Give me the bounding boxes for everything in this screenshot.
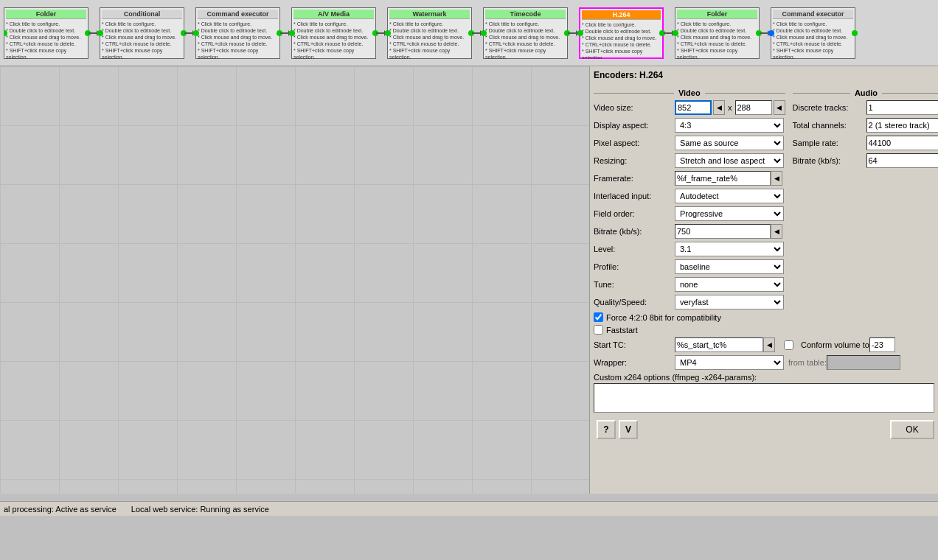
video-bitrate-arrow[interactable]: ◀: [771, 224, 782, 239]
sample-rate-row: Sample rate:: [793, 136, 939, 150]
audio-bitrate-row: Bitrate (kb/s):: [793, 153, 939, 168]
custom-options-textarea[interactable]: [594, 383, 934, 413]
quality-select[interactable]: veryfast faster fast medium slow: [675, 295, 784, 309]
display-aspect-select[interactable]: 4:3 16:9 1:1 Custom: [675, 118, 784, 133]
node-title-h264[interactable]: H.264: [582, 10, 661, 20]
node-box-timecode[interactable]: Timecode * Click title to configure.* Do…: [483, 7, 568, 59]
total-channels-input[interactable]: [866, 118, 939, 133]
wrapper-select[interactable]: MP4 MOV MKV TS: [675, 355, 784, 370]
tune-label: Tune:: [594, 280, 675, 289]
faststart-checkbox[interactable]: [594, 325, 603, 335]
sample-rate-input[interactable]: [866, 136, 939, 150]
conform-checkbox[interactable]: [784, 340, 793, 350]
tune-select[interactable]: none film animation grain: [675, 277, 784, 292]
pixel-aspect-select[interactable]: Same as source Square Custom: [675, 136, 784, 150]
node-title-cmd2[interactable]: Command executor: [773, 10, 853, 19]
video-width-arrow[interactable]: ◀: [713, 100, 725, 115]
audio-section-label: Audio: [850, 88, 882, 97]
resizing-label: Resizing:: [594, 156, 675, 165]
node-body-conditional: * Click title to configure.* Double clic…: [102, 21, 182, 59]
node-body-cmd1: * Click title to configure.* Double clic…: [198, 21, 278, 59]
pipeline-area: Folder * Click title to configure.* Doub…: [0, 0, 938, 66]
custom-options-label: Custom x264 options (ffmpeg -x264-params…: [594, 373, 934, 382]
node-box-conditional[interactable]: Conditional * Click title to configure.*…: [100, 7, 184, 59]
force-checkbox-row: Force 4:2:0 8bit for compatibility: [594, 312, 785, 322]
profile-label: Profile:: [594, 262, 675, 271]
force-checkbox[interactable]: [594, 312, 603, 322]
video-height-arrow[interactable]: ◀: [774, 100, 785, 115]
node-box-cmd2[interactable]: Command executor * Click title to config…: [771, 7, 855, 59]
node-body-folder2: * Click title to configure.* Double clic…: [677, 21, 757, 59]
level-select[interactable]: 3.1 3.0 4.0 4.1: [675, 242, 784, 256]
size-separator: x: [726, 103, 734, 112]
framerate-arrow[interactable]: ◀: [771, 171, 782, 186]
discrete-tracks-row: Discrete tracks:: [793, 100, 939, 115]
interlaced-row: Interlaced input: Autodetect Progressive…: [594, 189, 785, 203]
node-title-timecode[interactable]: Timecode: [485, 10, 566, 19]
conform-input[interactable]: [869, 337, 895, 352]
node-body-h264: * Click title to configure.* Double clic…: [582, 21, 661, 59]
ok-button[interactable]: OK: [890, 420, 934, 439]
node-title-watermark[interactable]: Watermark: [389, 10, 470, 19]
quality-row: Quality/Speed: veryfast faster fast medi…: [594, 295, 785, 309]
custom-options-row: Custom x264 options (ffmpeg -x264-params…: [594, 373, 934, 414]
node-title-folder2[interactable]: Folder: [677, 10, 757, 19]
profile-select[interactable]: baseline main high: [675, 259, 784, 274]
level-label: Level:: [594, 245, 675, 253]
start-tc-input[interactable]: [675, 337, 763, 352]
node-cmd2: Command executor * Click title to config…: [771, 7, 855, 59]
interlaced-select[interactable]: Autodetect Progressive Interlaced TFF In…: [675, 189, 784, 203]
start-tc-label: Start TC:: [594, 340, 675, 349]
video-section-line-left: [594, 93, 674, 94]
wrapper-row: Wrapper: MP4 MOV MKV TS from table:: [594, 355, 934, 370]
node-cmd1: Command executor * Click title to config…: [195, 7, 280, 59]
faststart-label: Faststart: [606, 326, 638, 335]
resizing-select[interactable]: Stretch and lose aspect Keep aspect add …: [675, 153, 784, 168]
total-channels-label: Total channels:: [793, 121, 866, 130]
node-title-folder1[interactable]: Folder: [6, 10, 86, 19]
node-box-folder1[interactable]: Folder * Click title to configure.* Doub…: [4, 7, 88, 59]
node-folder2: Folder * Click title to configure.* Doub…: [675, 7, 760, 59]
field-order-select[interactable]: Progressive Interlaced TFF Interlaced BF…: [675, 206, 784, 221]
node-title-conditional[interactable]: Conditional: [102, 10, 182, 19]
node-body-cmd2: * Click title to configure.* Double clic…: [773, 21, 853, 59]
right-panel: Encoders: H.264 Video Video size: ◀ x: [590, 66, 938, 494]
start-tc-arrow[interactable]: ◀: [763, 337, 775, 352]
video-bitrate-row: Bitrate (kb/s): ◀: [594, 224, 785, 239]
discrete-tracks-input[interactable]: [866, 100, 939, 115]
wrapper-label: Wrapper:: [594, 358, 675, 367]
framerate-inputs: ◀: [675, 171, 782, 186]
node-body-avmedia: * Click title to configure.* Double clic…: [293, 21, 374, 59]
connector-right-cmd2: [852, 30, 858, 36]
node-h264: H.264 * Click title to configure.* Doubl…: [579, 7, 664, 59]
field-order-row: Field order: Progressive Interlaced TFF …: [594, 206, 785, 221]
video-height-input[interactable]: [735, 100, 772, 115]
profile-row: Profile: baseline main high: [594, 259, 785, 274]
node-box-cmd1[interactable]: Command executor * Click title to config…: [195, 7, 280, 59]
connector-left-h264: [577, 30, 583, 36]
node-body-folder1: * Click title to configure.* Double clic…: [6, 21, 86, 59]
node-title-cmd1[interactable]: Command executor: [198, 10, 278, 19]
framerate-row: Framerate: ◀: [594, 171, 785, 186]
audio-bitrate-input[interactable]: [866, 153, 939, 168]
video-width-input[interactable]: [675, 100, 712, 115]
from-table-input[interactable]: [827, 355, 900, 370]
resizing-row: Resizing: Stretch and lose aspect Keep a…: [594, 153, 785, 168]
node-box-watermark[interactable]: Watermark * Click title to configure.* D…: [387, 7, 472, 59]
node-box-avmedia[interactable]: A/V Media * Click title to configure.* D…: [291, 7, 376, 59]
question-button[interactable]: ?: [597, 420, 616, 439]
connector-left-cmd1: [193, 30, 199, 36]
node-box-folder2[interactable]: Folder * Click title to configure.* Doub…: [675, 7, 760, 59]
node-conditional: Conditional * Click title to configure.*…: [100, 7, 184, 59]
node-avmedia: A/V Media * Click title to configure.* D…: [291, 7, 376, 59]
video-bitrate-label: Bitrate (kb/s):: [594, 227, 675, 236]
connector-left-folder2: [673, 30, 678, 36]
node-box-h264[interactable]: H.264 * Click title to configure.* Doubl…: [579, 7, 664, 59]
canvas-area[interactable]: [0, 66, 590, 494]
video-bitrate-input[interactable]: [675, 224, 771, 239]
v-button[interactable]: V: [619, 420, 638, 439]
framerate-input[interactable]: [675, 171, 771, 186]
video-size-row: Video size: ◀ x ◀: [594, 100, 785, 115]
node-title-avmedia[interactable]: A/V Media: [293, 10, 374, 19]
video-section-line-right: [705, 93, 785, 94]
